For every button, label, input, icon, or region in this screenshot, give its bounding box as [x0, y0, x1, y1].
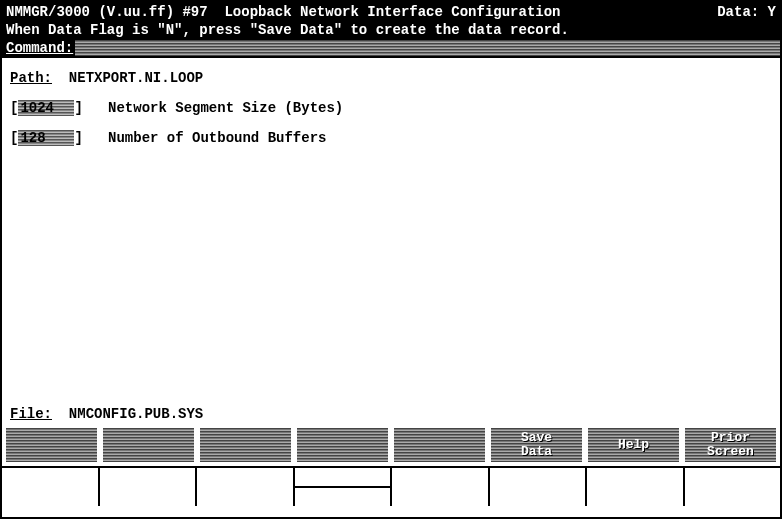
- fkey-save-data[interactable]: SaveData: [491, 428, 582, 462]
- status-box-7: [587, 468, 685, 506]
- function-keys: SaveData Help PriorScreen: [2, 428, 780, 466]
- status-box-2: [100, 468, 198, 506]
- field-row-outbound-buffers: [] Number of Outbound Buffers: [10, 130, 772, 146]
- fkey-f2[interactable]: [103, 428, 194, 462]
- content-area: Path: NETXPORT.NI.LOOP [] Network Segmen…: [2, 58, 780, 428]
- path-row: Path: NETXPORT.NI.LOOP: [10, 70, 772, 86]
- command-line: Command:: [2, 40, 780, 58]
- fkey-f3[interactable]: [200, 428, 291, 462]
- fkey-f4[interactable]: [297, 428, 388, 462]
- status-box-3: [197, 468, 295, 506]
- file-label: File:: [10, 406, 52, 422]
- command-label: Command:: [6, 40, 73, 56]
- status-box-4: [295, 468, 393, 506]
- segment-size-label: Network Segment Size (Bytes): [108, 100, 343, 116]
- file-row: File: NMCONFIG.PUB.SYS: [10, 406, 203, 422]
- path-value: NETXPORT.NI.LOOP: [69, 70, 203, 86]
- path-label: Path:: [10, 70, 52, 86]
- file-value: NMCONFIG.PUB.SYS: [69, 406, 203, 422]
- fkey-f5[interactable]: [394, 428, 485, 462]
- segment-size-input[interactable]: [18, 100, 74, 116]
- title-bar: NMMGR/3000 (V.uu.ff) #97 Loopback Networ…: [2, 2, 780, 22]
- message-line: When Data Flag is "N", press "Save Data"…: [2, 22, 780, 40]
- title-text: NMMGR/3000 (V.uu.ff) #97 Loopback Networ…: [6, 4, 717, 20]
- fkey-f1[interactable]: [6, 428, 97, 462]
- status-box-8: [685, 468, 781, 506]
- bottom-status-boxes: [2, 466, 780, 506]
- status-box-5: [392, 468, 490, 506]
- data-flag: Data: Y: [717, 4, 776, 20]
- status-box-1: [2, 468, 100, 506]
- command-input[interactable]: [75, 40, 780, 56]
- outbound-buffers-input[interactable]: [18, 130, 74, 146]
- status-box-6: [490, 468, 588, 506]
- fkey-help[interactable]: Help: [588, 428, 679, 462]
- outbound-buffers-label: Number of Outbound Buffers: [108, 130, 326, 146]
- field-row-segment-size: [] Network Segment Size (Bytes): [10, 100, 772, 116]
- fkey-prior-screen[interactable]: PriorScreen: [685, 428, 776, 462]
